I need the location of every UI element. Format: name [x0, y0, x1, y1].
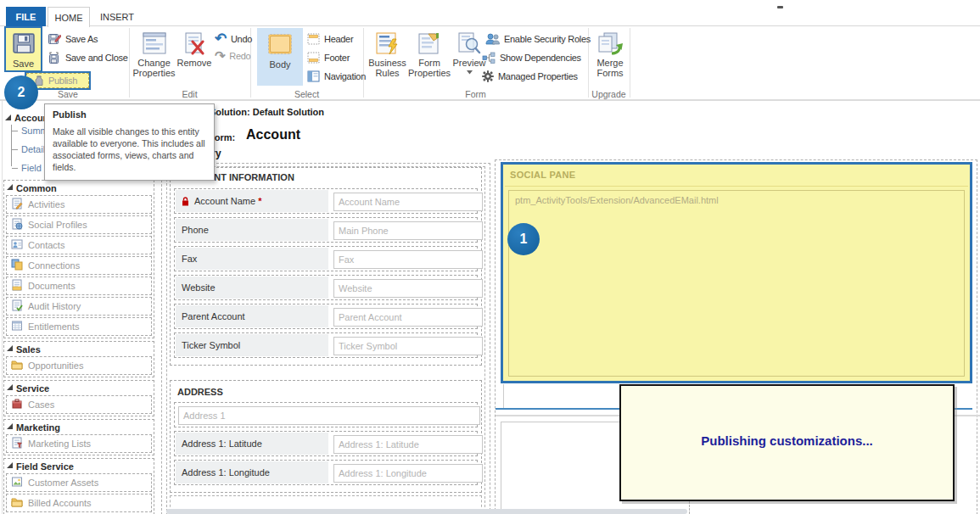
redo-button[interactable]: ↷ Redo [215, 48, 250, 63]
horizontal-scrollbar[interactable] [166, 509, 687, 514]
field-input[interactable]: Parent Account [333, 308, 483, 327]
undo-button[interactable]: ↶ Undo [215, 31, 252, 46]
address1-input[interactable]: Address 1 [178, 406, 480, 425]
save-button[interactable]: Save [4, 26, 42, 72]
sidebar-item-label: Customer Assets [28, 478, 98, 488]
sidebar-item-cases[interactable]: Cases [6, 395, 152, 414]
preview-icon [457, 32, 481, 55]
tab-file[interactable]: FILE [6, 7, 46, 26]
field-label: Fax [176, 248, 328, 270]
field-row-phone[interactable]: PhoneMain Phone [174, 217, 478, 243]
field-row-account-name[interactable]: Account Name*Account Name [174, 188, 478, 214]
field-row-parent-account[interactable]: Parent AccountParent Account [174, 304, 478, 329]
section-label: Field Service [16, 461, 74, 472]
show-dependencies-button[interactable]: Show Dependencies [482, 50, 581, 64]
section-header[interactable]: Marketing [4, 420, 154, 434]
body-button[interactable]: Body [257, 28, 303, 86]
remove-button[interactable]: Remove [175, 28, 214, 68]
sidebar-item-social-profiles[interactable]: Social Profiles [6, 215, 152, 234]
business-rules-label-2: Rules [368, 68, 406, 78]
customer-assets-icon [11, 476, 23, 489]
section-header[interactable]: Field Service [4, 459, 154, 473]
section-label: Common [16, 183, 57, 193]
audit-history-icon [11, 299, 23, 313]
sidebar-section-common: CommonActivitiesSocial ProfilesContactsC… [3, 180, 154, 338]
tab-file-label: FILE [16, 12, 36, 22]
sidebar-form-tab-field[interactable]: Field [12, 163, 42, 173]
social-pane-divider [505, 186, 968, 187]
sidebar-item-label: Contacts [28, 240, 64, 250]
form-tab-label: Field [21, 163, 42, 173]
field-label-text: Ticker Symbol [182, 340, 240, 350]
managed-properties-button[interactable]: Managed Properties [482, 69, 578, 83]
address-section[interactable]: ADDRESS Address 1 Address 1: LatitudeAdd… [170, 380, 482, 493]
field-row-ticker-symbol[interactable]: Ticker SymbolTicker Symbol [174, 332, 478, 358]
dashed-border-stub [689, 501, 690, 514]
navigation-button[interactable]: Navigation [307, 69, 366, 83]
change-properties-button[interactable]: Change Properties [134, 28, 174, 78]
field-input[interactable]: Website [333, 279, 483, 298]
section-header[interactable]: Sales [4, 342, 154, 356]
enable-security-roles-button[interactable]: Enable Security Roles [485, 31, 591, 46]
merge-forms-label-1: Merge [596, 58, 623, 68]
activities-icon [11, 198, 23, 211]
tab-home[interactable]: HOME [48, 7, 90, 27]
field-row-address-1-latitude[interactable]: Address 1: LatitudeAddress 1: Latitude [174, 431, 478, 456]
form-properties-button[interactable]: Form Properties [408, 28, 451, 78]
field-row-fax[interactable]: FaxFax [174, 246, 478, 271]
publish-label: Publish [48, 75, 77, 86]
field-input[interactable]: Address 1: Longitude [333, 464, 483, 483]
form-properties-icon [417, 32, 442, 55]
header-button[interactable]: Header [307, 31, 353, 46]
section-header[interactable]: Service [4, 381, 154, 395]
field-input[interactable]: Fax [333, 250, 483, 269]
account-information-section[interactable]: ACCOUNT INFORMATION Account Name*Account… [170, 167, 482, 366]
sidebar-item-customer-assets[interactable]: Customer Assets [6, 473, 152, 492]
sidebar-item-billed-accounts[interactable]: Billed Accounts [6, 494, 152, 512]
social-pane[interactable]: SOCIAL PANE ptm_ActivityTools/Extension/… [501, 162, 972, 383]
sidebar-item-opportunities[interactable]: Opportunities [6, 356, 152, 375]
sidebar-item-documents[interactable]: Documents [6, 277, 152, 295]
show-dependencies-icon [482, 52, 496, 64]
undo-label: Undo [231, 34, 252, 44]
save-and-close-button[interactable]: Save and Close [48, 50, 127, 64]
publishing-message: Publishing customizations... [621, 433, 953, 448]
field-row-website[interactable]: WebsiteWebsite [174, 275, 478, 300]
preview-button[interactable]: Preview [452, 28, 486, 75]
sidebar-item-marketing-lists[interactable]: Marketing Lists [6, 434, 152, 453]
save-as-label: Save As [65, 34, 98, 44]
field-input[interactable]: Account Name [333, 193, 483, 211]
merge-forms-button[interactable]: Merge Forms [592, 28, 628, 78]
managed-properties-label: Managed Properties [498, 71, 578, 81]
tab-home-label: HOME [55, 13, 83, 23]
save-as-button[interactable]: Save As [48, 31, 98, 46]
connections-icon [11, 259, 23, 272]
sidebar-item-audit-history[interactable]: Audit History [6, 297, 152, 316]
field-input[interactable]: Address 1: Latitude [333, 435, 483, 454]
redo-icon: ↷ [215, 50, 225, 61]
field-input[interactable]: Main Phone [333, 221, 483, 240]
change-properties-label-1: Change [132, 58, 175, 68]
sidebar-item-contacts[interactable]: Contacts [6, 236, 152, 254]
sidebar-section-field-service: Field ServiceCustomer AssetsBilled Accou… [3, 458, 154, 514]
footer-button[interactable]: Footer [307, 50, 350, 64]
tab-insert[interactable]: INSERT [93, 7, 141, 26]
field-input[interactable]: Ticker Symbol [333, 337, 483, 355]
entitlements-icon [11, 320, 23, 333]
step-1-badge: 1 [507, 223, 540, 255]
sidebar-item-activities[interactable]: Activities [6, 195, 152, 214]
billed-accounts-icon [11, 496, 23, 510]
merge-forms-label-2: Forms [596, 68, 623, 78]
section-header[interactable]: Common [4, 181, 154, 195]
sidebar-item-label: Documents [28, 281, 76, 291]
social-pane-content-box[interactable]: ptm_ActivityTools/Extension/AdvancedEMai… [508, 190, 965, 377]
change-properties-label-2: Properties [132, 68, 175, 78]
footer-icon [307, 52, 320, 64]
sidebar-item-label: Marketing Lists [28, 439, 91, 449]
field-row-address-1-longitude[interactable]: Address 1: LongitudeAddress 1: Longitude [174, 460, 478, 485]
business-rules-button[interactable]: Business Rules [367, 28, 407, 78]
header-icon [307, 33, 320, 45]
address1-row[interactable]: Address 1 [174, 402, 478, 427]
sidebar-item-connections[interactable]: Connections [6, 256, 152, 275]
sidebar-item-entitlements[interactable]: Entitlements [6, 317, 152, 336]
